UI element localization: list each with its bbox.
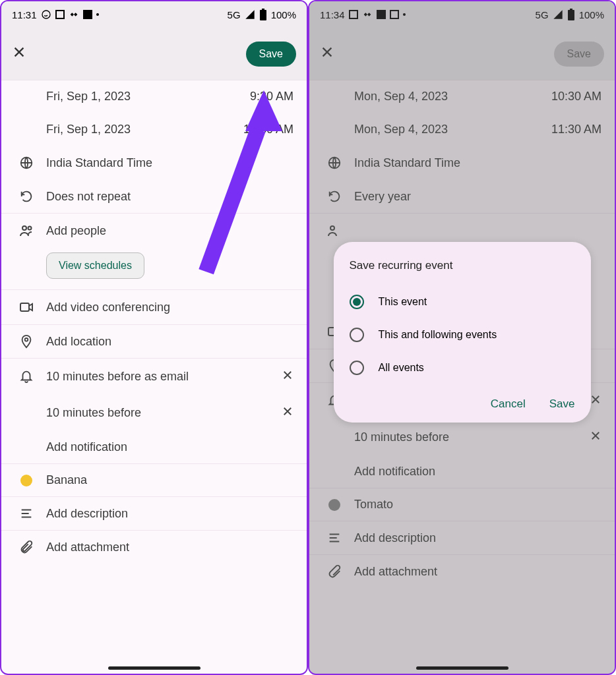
close-icon [590, 430, 601, 442]
timezone-label: India Standard Time [46, 156, 293, 170]
description-row[interactable]: Add description [1, 497, 307, 531]
battery-icon [567, 9, 575, 20]
attachment-row[interactable]: Add attachment [309, 555, 615, 589]
radio-this-event[interactable]: This event [350, 285, 575, 318]
attachment-icon [323, 564, 346, 579]
start-date-label: Fri, Sep 1, 2023 [46, 90, 250, 103]
status-bar: 11:31 5G 100% [1, 1, 307, 28]
dialog-title: Save recurring event [350, 259, 575, 272]
radio-icon [350, 328, 364, 342]
attachment-label: Add attachment [46, 541, 293, 554]
bell-icon [15, 369, 38, 384]
timezone-label: India Standard Time [354, 156, 601, 170]
svg-point-5 [28, 227, 32, 230]
phone-right-screenshot: 11:34 5G 100% Save Mon, Sep 4, 2023 10:3… [308, 0, 616, 675]
app-icon-4 [390, 10, 399, 19]
battery-icon [259, 9, 267, 20]
gesture-bar [416, 666, 508, 670]
svg-point-0 [42, 11, 50, 18]
attachment-label: Add attachment [354, 565, 601, 579]
recurrence-row[interactable]: Does not repeat [1, 180, 307, 214]
annotation-arrow-icon [245, 90, 282, 131]
more-dot-icon [96, 13, 99, 16]
timezone-row[interactable]: India Standard Time [1, 146, 307, 180]
description-icon [323, 531, 346, 545]
svg-rect-2 [262, 9, 264, 10]
remove-notification-2-button[interactable] [282, 404, 293, 421]
description-label: Add description [354, 531, 601, 545]
radio-icon [350, 295, 364, 309]
recurrence-row[interactable]: Every year [309, 180, 615, 214]
attachment-row[interactable]: Add attachment [1, 531, 307, 564]
notification-2-row[interactable]: 10 minutes before [309, 419, 615, 455]
close-icon [282, 369, 293, 381]
save-recurring-dialog: Save recurring event This event This and… [334, 242, 591, 423]
battery-label: 100% [579, 9, 604, 20]
location-label: Add location [46, 335, 293, 349]
app-bar: Save [309, 28, 615, 80]
app-icon-2 [69, 9, 79, 20]
add-notification-row[interactable]: Add notification [309, 455, 615, 488]
notification-2-row[interactable]: 10 minutes before [1, 395, 307, 431]
save-button[interactable]: Save [554, 42, 604, 67]
radio-all-events[interactable]: All events [350, 351, 575, 384]
timezone-row[interactable]: India Standard Time [309, 146, 615, 180]
notification-1-row[interactable]: 10 minutes before as email [1, 359, 307, 395]
repeat-icon [323, 189, 346, 204]
calendar-color-icon [323, 499, 346, 511]
status-time: 11:34 [320, 9, 345, 20]
start-date-label: Mon, Sep 4, 2023 [354, 90, 551, 103]
location-row[interactable]: Add location [1, 325, 307, 359]
remove-notification-1-button[interactable] [590, 392, 601, 409]
app-icon-2 [362, 9, 373, 20]
app-icon-3 [83, 10, 92, 19]
remove-notification-1-button[interactable] [282, 368, 293, 385]
signal-icon [245, 9, 255, 20]
close-icon [282, 405, 293, 417]
app-bar: Save [1, 28, 307, 80]
radio-this-and-following[interactable]: This and following events [350, 318, 575, 351]
dialog-save-button[interactable]: Save [549, 397, 575, 411]
add-people-label: Add people [46, 224, 293, 238]
whatsapp-icon [41, 9, 51, 20]
svg-point-7 [25, 338, 28, 341]
event-form: Fri, Sep 1, 2023 9:30 AM Fri, Sep 1, 202… [1, 80, 307, 564]
svg-rect-1 [260, 10, 266, 20]
video-icon [15, 299, 38, 315]
add-notification-row[interactable]: Add notification [1, 431, 307, 464]
description-icon [15, 506, 38, 521]
add-notification-label: Add notification [46, 440, 293, 454]
app-icon [55, 10, 65, 19]
radio-label: This and following events [379, 329, 497, 341]
radio-label: All events [379, 362, 424, 374]
add-people-row[interactable]: Add people [1, 214, 307, 249]
close-icon [12, 45, 26, 59]
description-row[interactable]: Add description [309, 521, 615, 555]
save-button[interactable]: Save [246, 42, 296, 67]
people-icon [15, 223, 38, 239]
calendar-row[interactable]: Banana [1, 464, 307, 497]
video-conferencing-row[interactable]: Add video conferencing [1, 290, 307, 325]
end-date-row[interactable]: Mon, Sep 4, 2023 11:30 AM [309, 113, 615, 146]
globe-icon [15, 156, 38, 170]
view-schedules-button[interactable]: View schedules [46, 252, 144, 279]
close-button[interactable] [12, 44, 26, 64]
phone-left-screenshot: 11:31 5G 100% Save Fri, Sep 1, 2023 9:30… [0, 0, 308, 675]
close-button[interactable] [320, 44, 334, 64]
attachment-icon [15, 540, 38, 554]
signal-icon [553, 9, 563, 20]
calendar-name-label: Tomato [354, 498, 601, 512]
calendar-row[interactable]: Tomato [309, 488, 615, 521]
close-icon [320, 45, 334, 59]
more-dot-icon [403, 13, 406, 16]
recurrence-label: Does not repeat [46, 190, 293, 204]
radio-label: This event [379, 296, 427, 308]
remove-notification-2-button[interactable] [590, 428, 601, 446]
globe-icon [323, 156, 346, 170]
start-date-row[interactable]: Mon, Sep 4, 2023 10:30 AM [309, 80, 615, 113]
dialog-cancel-button[interactable]: Cancel [491, 397, 526, 411]
radio-icon [350, 361, 364, 375]
battery-label: 100% [271, 9, 296, 20]
svg-rect-9 [570, 9, 572, 10]
notification-2-label: 10 minutes before [354, 430, 590, 444]
